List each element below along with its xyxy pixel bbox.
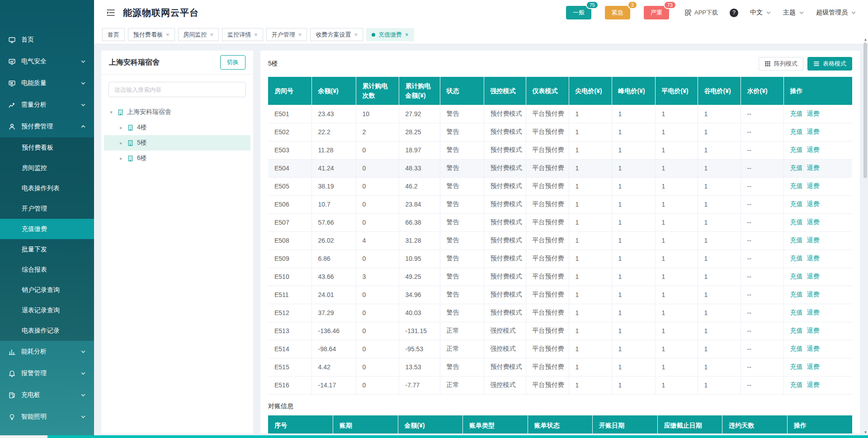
- close-icon[interactable]: ×: [210, 32, 214, 38]
- action-link-退费[interactable]: 退费: [807, 309, 820, 316]
- switch-building-button[interactable]: 切换: [220, 55, 245, 70]
- action-link-退费[interactable]: 退费: [807, 381, 820, 388]
- language-select[interactable]: 中文: [750, 9, 771, 17]
- list-mode-button[interactable]: 表格模式: [807, 57, 852, 71]
- action-link-充值[interactable]: 充值: [790, 200, 803, 207]
- alarm-badge[interactable]: 紧急 3: [605, 6, 630, 19]
- action-link-退费[interactable]: 退费: [807, 200, 820, 207]
- sidebar-item[interactable]: 能耗分析: [0, 341, 94, 363]
- action-link-充值[interactable]: 充值: [790, 164, 803, 171]
- sidebar-subitem[interactable]: 销户记录查询: [0, 280, 94, 300]
- vertical-scrollbar-thumb[interactable]: [863, 42, 867, 178]
- action-link-退费[interactable]: 退费: [807, 164, 820, 171]
- action-link-退费[interactable]: 退费: [807, 236, 820, 244]
- sidebar-subitem[interactable]: 批量下发: [0, 239, 94, 259]
- action-link-充值[interactable]: 充值: [790, 309, 803, 316]
- action-link-退费[interactable]: 退费: [807, 273, 820, 280]
- action-link-退费[interactable]: 退费: [807, 345, 820, 352]
- action-link-退费[interactable]: 退费: [807, 363, 820, 370]
- action-link-充值[interactable]: 充值: [790, 363, 803, 370]
- table-cell: 预付费模式: [484, 304, 526, 322]
- action-link-充值[interactable]: 充值: [790, 254, 803, 262]
- scroll-down-icon[interactable]: ▼: [863, 431, 868, 434]
- tree-search-input[interactable]: [108, 82, 246, 97]
- alarm-badge[interactable]: 严重 73: [644, 6, 669, 19]
- sidebar-item-label: 首页: [21, 36, 34, 44]
- action-link-充值[interactable]: 充值: [790, 218, 803, 226]
- action-link-退费[interactable]: 退费: [807, 110, 820, 117]
- column-header: 峰电价(¥): [612, 77, 655, 105]
- tree-node-6楼[interactable]: ▸ 6楼: [104, 151, 250, 166]
- vertical-scrollbar[interactable]: [863, 41, 868, 432]
- horizontal-scrollbar-thumb[interactable]: [47, 435, 868, 438]
- action-link-充值[interactable]: 充值: [790, 273, 803, 280]
- sidebar-item[interactable]: 首页: [0, 29, 94, 51]
- quality-icon: [8, 80, 16, 87]
- tab-房间监控[interactable]: 房间监控 ×: [178, 28, 219, 41]
- action-link-退费[interactable]: 退费: [807, 128, 820, 135]
- action-link-退费[interactable]: 退费: [807, 254, 820, 262]
- sidebar-item[interactable]: 报警管理: [0, 363, 94, 384]
- caret-right-icon[interactable]: ▸: [118, 155, 124, 161]
- close-icon[interactable]: ×: [354, 32, 358, 38]
- sidebar-subitem[interactable]: 电表操作列表: [0, 178, 94, 198]
- building-title: 上海安科瑞宿舍: [109, 58, 160, 67]
- action-link-退费[interactable]: 退费: [807, 218, 820, 226]
- sidebar-subitem[interactable]: 开户管理: [0, 198, 94, 219]
- action-link-充值[interactable]: 充值: [790, 128, 803, 135]
- horizontal-scrollbar[interactable]: [0, 435, 868, 438]
- sidebar-item[interactable]: 充电桩: [0, 384, 94, 406]
- action-link-充值[interactable]: 充值: [790, 345, 803, 352]
- table-cell: 平台预付费: [526, 141, 569, 159]
- sidebar-subitem[interactable]: 房间监控: [0, 158, 94, 178]
- tab-收费方案设置[interactable]: 收费方案设置 ×: [310, 28, 363, 41]
- action-link-充值[interactable]: 充值: [790, 110, 803, 117]
- table-cell: 平台预付费: [526, 159, 569, 177]
- action-link-退费[interactable]: 退费: [807, 291, 820, 298]
- tab-充值缴费[interactable]: 充值缴费 ×: [366, 28, 414, 41]
- action-link-充值[interactable]: 充值: [790, 236, 803, 244]
- caret-right-icon[interactable]: ▸: [118, 140, 124, 146]
- actions-cell: 充值退费: [783, 358, 852, 376]
- sidebar-item[interactable]: 智能照明: [0, 406, 94, 428]
- sidebar-item[interactable]: 需量分析: [0, 94, 94, 116]
- app-download-link[interactable]: APP下载: [684, 9, 718, 17]
- table-cell: 31.28: [399, 231, 440, 250]
- caret-right-icon[interactable]: ▸: [118, 125, 124, 131]
- close-icon[interactable]: ×: [254, 32, 258, 38]
- menu-collapse-icon[interactable]: [106, 8, 116, 18]
- sidebar-subitem[interactable]: 电表操作记录: [0, 320, 94, 341]
- tab-监控详情[interactable]: 监控详情 ×: [222, 28, 263, 41]
- theme-select[interactable]: 主题: [783, 9, 804, 17]
- sidebar-subitem[interactable]: 退表记录查询: [0, 300, 94, 320]
- close-icon[interactable]: ×: [405, 32, 409, 38]
- action-link-充值[interactable]: 充值: [790, 146, 803, 153]
- tab-预付费看板[interactable]: 预付费看板 ×: [128, 28, 175, 41]
- sidebar-item[interactable]: 预付费管理: [0, 116, 94, 137]
- action-link-退费[interactable]: 退费: [807, 327, 820, 334]
- caret-down-icon[interactable]: ▾: [108, 109, 114, 115]
- sidebar-subitem[interactable]: 充值缴费: [0, 219, 94, 239]
- grid-mode-button[interactable]: 阵列模式: [759, 57, 803, 71]
- help-icon[interactable]: ?: [730, 9, 738, 17]
- action-link-充值[interactable]: 充值: [790, 327, 803, 334]
- tab-首页[interactable]: 首页: [102, 28, 125, 41]
- tree-node-5楼[interactable]: ▸ 5楼: [104, 135, 250, 151]
- action-link-退费[interactable]: 退费: [807, 146, 820, 153]
- action-link-充值[interactable]: 充值: [790, 291, 803, 298]
- sidebar-subitem[interactable]: 综合报表: [0, 259, 94, 280]
- sidebar-item[interactable]: 电能质量: [0, 72, 94, 94]
- user-menu[interactable]: 超级管理员: [816, 9, 856, 17]
- close-icon[interactable]: ×: [166, 32, 170, 38]
- action-link-充值[interactable]: 充值: [790, 182, 803, 189]
- tab-开户管理[interactable]: 开户管理 ×: [266, 28, 307, 41]
- action-link-退费[interactable]: 退费: [807, 182, 820, 189]
- alarm-badge[interactable]: 一般 75: [566, 6, 591, 19]
- tree-node-4楼[interactable]: ▸ 4楼: [104, 120, 250, 135]
- action-link-充值[interactable]: 充值: [790, 381, 803, 388]
- sidebar-subitem[interactable]: 预付费看板: [0, 137, 94, 158]
- column-header: 累计购电次数: [356, 77, 399, 105]
- close-icon[interactable]: ×: [298, 32, 302, 38]
- sidebar-item[interactable]: 电气安全: [0, 51, 94, 72]
- tree-root[interactable]: ▾ 上海安科瑞宿舍: [104, 104, 250, 120]
